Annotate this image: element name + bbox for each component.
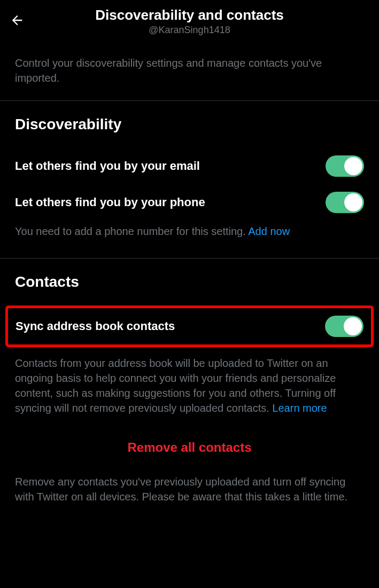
discoverability-heading: Discoverability <box>15 116 364 133</box>
contacts-section: Contacts Sync address book contacts Cont… <box>0 258 379 474</box>
back-button[interactable] <box>9 12 26 29</box>
discoverability-section: Discoverability Let others find you by y… <box>0 101 379 258</box>
phone-help-text: You need to add a phone number for this … <box>15 221 364 248</box>
add-phone-link[interactable]: Add now <box>248 225 290 237</box>
phone-help-prefix: You need to add a phone number for this … <box>15 225 248 237</box>
sync-contacts-toggle[interactable] <box>325 316 363 337</box>
sync-help-text: Contacts from your address book will be … <box>15 352 364 425</box>
remove-help-text: Remove any contacts you've previously up… <box>0 474 379 504</box>
email-discoverability-label: Let others find you by your email <box>15 159 200 173</box>
contacts-heading: Contacts <box>15 273 364 291</box>
arrow-left-icon <box>10 13 25 28</box>
email-discoverability-toggle[interactable] <box>326 155 364 177</box>
phone-discoverability-label: Let others find you by your phone <box>15 195 205 209</box>
page-title: Discoverability and contacts <box>9 7 370 23</box>
sync-contacts-label: Sync address book contacts <box>16 319 175 333</box>
toggle-knob <box>344 317 362 335</box>
remove-all-contacts-button[interactable]: Remove all contacts <box>15 425 364 465</box>
intro-text: Control your discoverability settings an… <box>0 43 379 101</box>
email-discoverability-row: Let others find you by your email <box>15 148 364 184</box>
phone-discoverability-toggle[interactable] <box>326 192 364 213</box>
header-text-block: Discoverability and contacts @KaranSingh… <box>9 7 370 36</box>
page-subtitle: @KaranSingh1418 <box>9 25 370 36</box>
toggle-knob <box>344 193 362 211</box>
learn-more-link[interactable]: Learn more <box>272 402 327 414</box>
toggle-knob <box>344 157 362 175</box>
page-header: Discoverability and contacts @KaranSingh… <box>0 0 379 43</box>
phone-discoverability-row: Let others find you by your phone <box>15 184 364 221</box>
sync-contacts-highlighted-row: Sync address book contacts <box>5 305 374 347</box>
